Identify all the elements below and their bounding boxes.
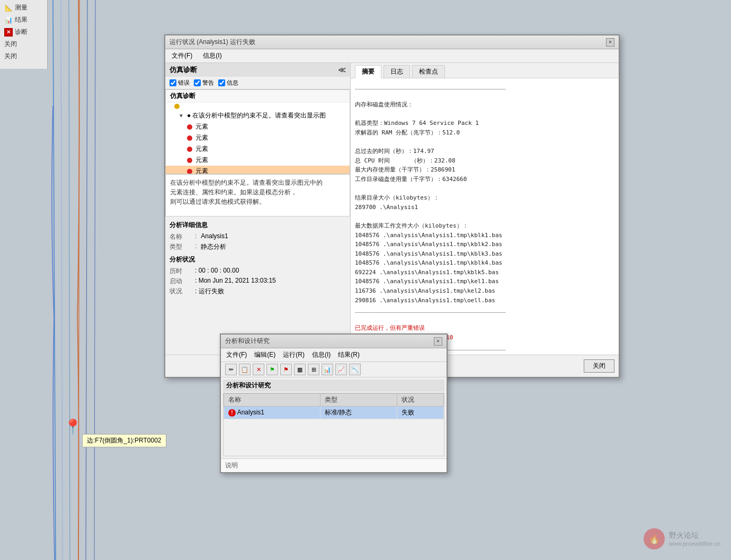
yellow-dot-icon [174,104,180,109]
watermark: 🔥 野火论坛 www.proewildfire.cn [644,528,720,549]
ads-menu-file[interactable]: 文件(F) [225,349,248,360]
tabs-row: 摘要 日志 检查点 [351,63,619,78]
tool-table[interactable]: ⊞ [308,364,319,375]
col-header-type: 类型 [320,394,397,407]
row-type-cell: 标准/静态 [320,407,397,419]
tool-flag-green[interactable]: ⚑ [266,364,278,375]
results-icon: 📊 [4,16,13,24]
ads-menubar: 文件(F) 编辑(E) 运行(R) 信息(I) 结果(R) [221,348,447,362]
toolbar-measure[interactable]: 📐 测量 [2,2,30,13]
tab-summary[interactable]: 摘要 [355,65,381,78]
svg-line-4 [86,0,87,560]
tool-flag-red[interactable]: ⚑ [280,364,292,375]
ads-table: 名称 类型 状况 ! Analysis1 标准/静态 失败 [224,393,444,419]
ads-toolbar: ✏ 📋 ✕ ⚑ ⚑ ▦ ⊞ 📊 📈 📉 [221,362,447,377]
menu-info[interactable]: 信息(I) [201,50,224,61]
tool-delete[interactable]: ✕ [253,364,264,375]
analysis-details: 分析详细信息 名称 : Analysis1 类型 : 静态分析 分析状况 历时 … [165,216,350,301]
status-section: 分析状况 历时 : 00 : 00 : 00.00 启动 : Mon Jun 2… [170,255,346,296]
error-icon: ✕ [4,28,13,37]
svg-line-1 [61,0,63,560]
col-header-name: 名称 [224,394,320,407]
ads-menu-edit[interactable]: 编辑(E) [253,349,277,360]
tab-checkpoint[interactable]: 检查点 [412,65,445,78]
tool-chart3[interactable]: 📉 [349,364,361,375]
tooltip: 边:F7(倒圆角_1):PRT0002 [82,434,166,447]
right-panel: 摘要 日志 检查点 ______________________________… [351,63,619,355]
table-row[interactable]: ! Analysis1 标准/静态 失败 [224,407,444,419]
col-header-status: 状况 [397,394,444,407]
ads-section-header: 分析和设计研究 [223,380,444,392]
toolbar-close1[interactable]: 关闭 [2,39,19,50]
row-status-cell: 失败 [397,407,444,419]
ads-notes: 说明 [221,458,447,472]
tree-item-elem5-selected[interactable]: 元素 [166,166,350,174]
checkbox-info[interactable]: 信息 [218,79,238,87]
tree-constraint-text: ● 在该分析中模型的约束不足。请查看突出显示图 [187,111,326,120]
tool-grid[interactable]: ▦ [294,364,306,375]
ads-menu-run[interactable]: 运行(R) [282,349,306,360]
dialog-content: 仿真诊断 ≪ 错误 警告 信息 仿真诊断 [165,63,619,355]
menu-file[interactable]: 文件(F) [170,50,194,61]
toolbar-results[interactable]: 📊 结果 [2,14,30,25]
close-button[interactable]: 关闭 [584,359,614,373]
dialog-menubar: 文件(F) 信息(I) [165,49,619,63]
status-start: 启动 : Mon Jun 21, 2021 13:03:15 [170,276,346,286]
row-error-icon: ! [228,409,236,417]
ads-table-area[interactable]: 名称 类型 状况 ! Analysis1 标准/静态 失败 [223,393,444,456]
ads-close-button[interactable]: × [434,337,442,346]
toolbar-close2[interactable]: 关闭 [2,51,19,62]
ads-content: 分析和设计研究 名称 类型 状况 ! Analysis1 [221,377,447,458]
red-dot-icon [187,147,192,152]
tree-item-elem2[interactable]: 元素 [166,132,350,143]
dialog-title: 运行状况 (Analysis1) 运行失败 [170,38,255,47]
watermark-sitename: 野火论坛 [669,531,720,540]
collapse-button[interactable]: ≪ [338,66,346,74]
status-elapsed: 历时 : 00 : 00 : 00.00 [170,266,346,276]
tool-copy[interactable]: 📋 [239,364,251,375]
ruler-icon: 📐 [4,4,13,12]
red-dot-icon [187,136,192,141]
detail-type-row: 类型 : 静态分析 [170,242,346,252]
left-toolbar: 📐 测量 📊 结果 ✕ 诊断 关闭 关闭 [0,0,48,69]
ads-title: 分析和设计研究 [225,337,270,346]
status-dialog: 运行状况 (Analysis1) 运行失败 × 文件(F) 信息(I) 仿真诊断… [164,34,620,378]
row-name-cell: ! Analysis1 [224,407,320,419]
tree-item-elem1[interactable]: 元素 [166,121,350,132]
tab-log[interactable]: 日志 [384,65,410,78]
detail-name-row: 名称 : Analysis1 [170,232,346,242]
tree-label: 仿真诊断 [166,90,350,103]
status-state: 状况 : 运行失败 [170,286,346,296]
pin-marker: 📍 [64,418,79,439]
diagnostic-message: 在该分析中模型的约束不足。请查看突出显示图元中的 元素连接、属性和约束。如果这是… [165,174,350,216]
tree-item-elem4[interactable]: 元素 [166,155,350,166]
dialog-close-button[interactable]: × [606,38,614,47]
cad-lines [0,0,164,560]
left-panel: 仿真诊断 ≪ 错误 警告 信息 仿真诊断 [165,63,351,355]
dialog-titlebar: 运行状况 (Analysis1) 运行失败 × [165,35,619,49]
ads-titlebar: 分析和设计研究 × [221,335,447,348]
checkbox-errors[interactable]: 错误 [170,79,190,87]
tree-item-constraint[interactable]: ▼ ● 在该分析中模型的约束不足。请查看突出显示图 [166,110,350,121]
ads-menu-info[interactable]: 信息(I) [311,349,332,360]
ads-dialog: 分析和设计研究 × 文件(F) 编辑(E) 运行(R) 信息(I) 结果(R) … [220,333,448,473]
watermark-logo: 🔥 [644,528,665,549]
red-dot-icon [187,169,192,174]
checkbox-warnings[interactable]: 警告 [194,79,214,87]
ads-menu-results[interactable]: 结果(R) [337,349,361,360]
tree-item-elem3[interactable]: 元素 [166,143,350,155]
log-content: ________________________________________… [351,78,619,355]
diagnostics-tree[interactable]: 仿真诊断 ▼ ● 在该分析中模型的约束不足。请查看突出显示图 元素 元素 [165,89,350,174]
red-dot-icon [187,124,192,130]
red-dot-icon [187,158,192,163]
tree-item[interactable] [166,103,350,110]
svg-line-2 [69,0,70,560]
tool-pencil[interactable]: ✏ [225,364,237,375]
tool-chart[interactable]: 📊 [322,364,333,375]
tree-arrow-icon: ▼ [179,113,184,119]
tool-chart2[interactable]: 📈 [335,364,347,375]
watermark-url: www.proewildfire.cn [669,540,720,547]
toolbar-diagnose[interactable]: ✕ 诊断 [2,26,30,38]
svg-line-5 [94,0,95,560]
checkbox-row: 错误 警告 信息 [165,77,350,89]
